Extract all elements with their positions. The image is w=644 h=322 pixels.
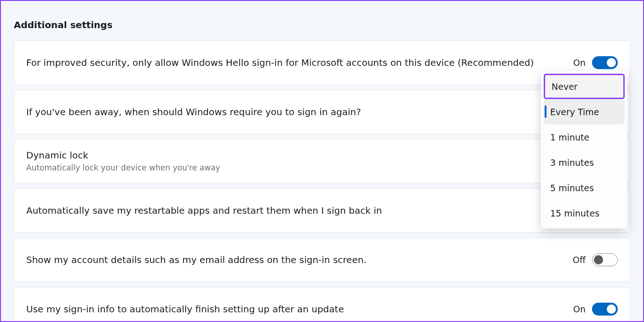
row-show-account-state: Off xyxy=(573,255,586,265)
row-windows-hello-title: For improved security, only allow Window… xyxy=(26,57,564,69)
toggle-windows-hello[interactable] xyxy=(592,56,618,69)
require-signin-dropdown[interactable]: NeverEvery Time1 minute3 minutes5 minute… xyxy=(541,71,627,228)
row-dynamic-lock[interactable]: Dynamic lock Automatically lock your dev… xyxy=(14,139,630,183)
row-use-signin-info-title: Use my sign-in info to automatically fin… xyxy=(26,303,564,316)
row-dynamic-lock-subtitle: Automatically lock your device when you'… xyxy=(26,163,609,173)
row-require-signin: If you've been away, when should Windows… xyxy=(14,90,630,134)
row-restartable-apps-title: Automatically save my restartable apps a… xyxy=(26,205,609,217)
dropdown-option[interactable]: 15 minutes xyxy=(544,200,625,226)
row-use-signin-info-state: On xyxy=(573,304,586,314)
row-show-account: Show my account details such as my email… xyxy=(14,238,630,282)
section-title: Additional settings xyxy=(14,19,630,30)
row-require-signin-title: If you've been away, when should Windows… xyxy=(26,106,609,118)
dropdown-option[interactable]: 1 minute xyxy=(544,124,625,150)
row-windows-hello-state: On xyxy=(573,58,586,68)
dropdown-option[interactable]: 5 minutes xyxy=(544,175,625,200)
toggle-use-signin-info[interactable] xyxy=(592,303,618,316)
toggle-show-account[interactable] xyxy=(592,253,618,266)
row-restartable-apps: Automatically save my restartable apps a… xyxy=(14,188,630,233)
dropdown-option[interactable]: 3 minutes xyxy=(544,150,625,175)
row-windows-hello: For improved security, only allow Window… xyxy=(14,41,630,85)
row-use-signin-info: Use my sign-in info to automatically fin… xyxy=(14,287,630,322)
row-show-account-title: Show my account details such as my email… xyxy=(26,254,564,266)
row-dynamic-lock-title: Dynamic lock xyxy=(26,149,609,162)
dropdown-option[interactable]: Never xyxy=(544,74,625,99)
dropdown-option[interactable]: Every Time xyxy=(544,99,625,124)
